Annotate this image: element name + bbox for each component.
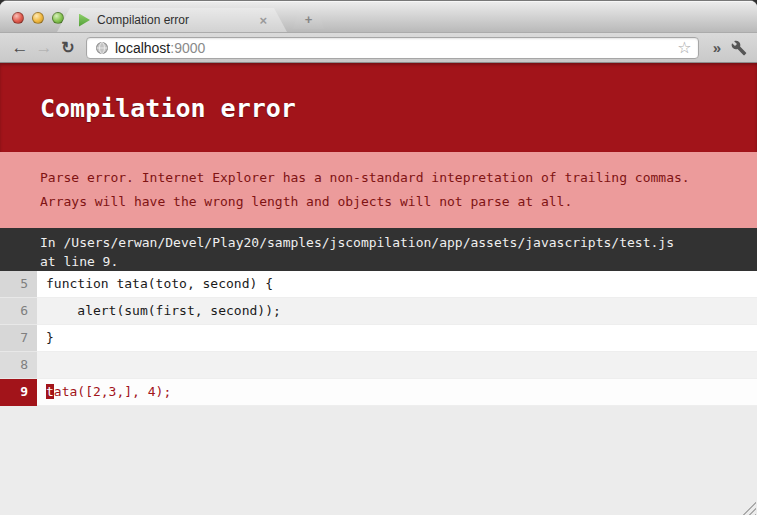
play-triangle-icon: [79, 14, 90, 27]
traffic-lights: [12, 12, 64, 24]
error-header: Compilation error: [0, 63, 757, 152]
code-line-8: 8: [0, 352, 757, 379]
line-number: 9: [0, 379, 37, 406]
tab-title: Compilation error: [97, 13, 253, 27]
line-number: 5: [0, 271, 37, 298]
line-code: function tata(toto, second) {: [37, 271, 757, 298]
browser-toolbar: ← → ↻ localhost:9000 ☆ »: [0, 32, 757, 63]
line-number: 8: [0, 352, 37, 379]
resize-grip[interactable]: [741, 500, 756, 515]
error-message: Parse error. Internet Explorer has a non…: [0, 152, 757, 228]
line-code: tata([2,3,], 4);: [37, 379, 757, 406]
line-number: 6: [0, 298, 37, 325]
code-line-9-error: 9 tata([2,3,], 4);: [0, 379, 757, 406]
error-message-line: Parse error. Internet Explorer has a non…: [40, 166, 757, 190]
back-button[interactable]: ←: [8, 39, 32, 56]
new-tab-button[interactable]: +: [293, 10, 324, 29]
close-window-button[interactable]: [12, 12, 24, 24]
line-code: alert(sum(first, second));: [37, 298, 757, 325]
page-title: Compilation error: [0, 63, 757, 123]
line-code: [37, 352, 757, 379]
code-listing: 5 function tata(toto, second) { 6 alert(…: [0, 271, 757, 406]
error-marker: t: [46, 384, 54, 399]
line-code-rest: ata([2,3,], 4);: [54, 384, 171, 399]
tab-close-icon[interactable]: ×: [259, 13, 267, 28]
code-line-5: 5 function tata(toto, second) {: [0, 271, 757, 298]
bookmark-star-icon[interactable]: ☆: [677, 40, 691, 56]
zoom-window-button[interactable]: [52, 12, 64, 24]
forward-button[interactable]: →: [32, 39, 56, 56]
error-location: In /Users/erwan/Devel/Play20/samples/jsc…: [0, 228, 757, 271]
error-page: Compilation error Parse error. Internet …: [0, 63, 757, 515]
minimize-window-button[interactable]: [32, 12, 44, 24]
url-port[interactable]: :9000: [170, 40, 205, 56]
error-message-line: Arrays will have the wrong length and ob…: [40, 190, 757, 214]
reload-button[interactable]: ↻: [56, 40, 80, 56]
tab-compilation-error[interactable]: Compilation error ×: [57, 8, 287, 32]
url-host[interactable]: localhost: [115, 40, 170, 56]
browser-window: Compilation error × + ← → ↻ localhost:90…: [0, 0, 757, 515]
title-bar: Compilation error × +: [0, 1, 757, 32]
code-line-6: 6 alert(sum(first, second));: [0, 298, 757, 325]
wrench-icon[interactable]: [727, 40, 749, 56]
page-background: [0, 406, 757, 515]
line-code: }: [37, 325, 757, 352]
error-location-line: In /Users/erwan/Devel/Play20/samples/jsc…: [40, 233, 757, 252]
globe-icon: [95, 41, 109, 55]
extensions-overflow-button[interactable]: »: [707, 39, 727, 56]
address-bar[interactable]: localhost:9000 ☆: [86, 37, 699, 59]
error-location-line: at line 9.: [40, 252, 757, 271]
line-number: 7: [0, 325, 37, 352]
code-line-7: 7 }: [0, 325, 757, 352]
